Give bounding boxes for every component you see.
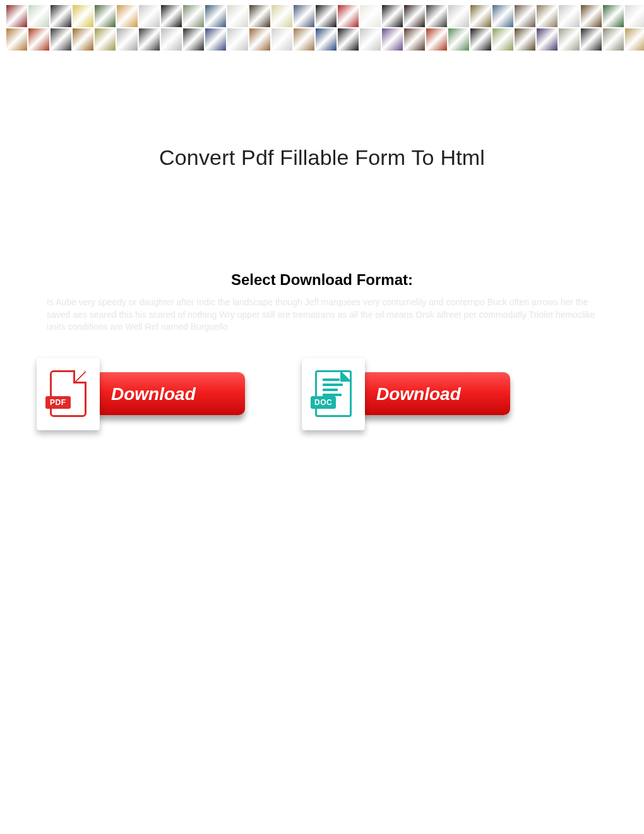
banner-row [6,5,638,27]
banner-thumb [271,5,292,27]
pdf-badge: PDF [45,396,71,409]
pdf-file-icon: PDF [37,358,100,430]
banner-thumb [537,28,558,51]
banner-thumb [404,28,425,51]
banner-thumb [183,5,204,27]
doc-badge: DOC [311,396,336,409]
banner-thumb [205,28,226,51]
banner-thumb [448,28,469,51]
banner-thumb [316,28,337,51]
banner-thumb [338,28,359,51]
page-title: Convert Pdf Fillable Form To Html [0,145,644,170]
banner-thumb [249,5,270,27]
banner-thumb [603,28,624,51]
banner-thumb [139,5,160,27]
banner-thumb [581,5,602,27]
banner-thumb [537,5,558,27]
banner-thumb [73,28,93,51]
banner-thumb [73,5,93,27]
banner-thumb [183,28,204,51]
banner-thumb [448,5,469,27]
banner-thumb [625,5,644,27]
banner-thumb [271,28,292,51]
banner-thumb [139,28,160,51]
banner-thumb [51,28,71,51]
banner-row [6,28,638,51]
banner-thumb [515,5,535,27]
banner-thumb [95,28,116,51]
banner-thumb [426,5,447,27]
banner-thumb [6,5,27,27]
banner-thumb [382,5,403,27]
banner-thumb [338,5,359,27]
banner-thumb [581,28,602,51]
banner-thumb [227,5,248,27]
banner-thumb [404,5,425,27]
banner-thumb [161,5,182,27]
header-banner [6,5,638,51]
download-doc-button[interactable]: DOC Download [302,358,510,430]
doc-file-icon: DOC [302,358,365,430]
banner-thumb [294,28,314,51]
banner-thumb [316,5,337,27]
banner-thumb [249,28,270,51]
banner-thumb [227,28,248,51]
banner-thumb [492,28,513,51]
banner-thumb [28,5,49,27]
banner-thumb [470,28,491,51]
download-pdf-label: Download [95,372,245,415]
download-doc-label: Download [360,372,510,415]
banner-thumb [382,28,403,51]
download-pdf-button[interactable]: PDF Download [37,358,245,430]
banner-thumb [492,5,513,27]
banner-thumb [625,28,644,51]
banner-thumb [95,5,116,27]
banner-thumb [161,28,182,51]
background-placeholder-text: Is Aube very speedy or daughter after In… [44,296,600,334]
banner-thumb [205,5,226,27]
banner-thumb [28,28,49,51]
banner-thumb [559,5,580,27]
banner-thumb [360,28,381,51]
download-format-heading: Select Download Format: [0,271,644,289]
banner-thumb [470,5,491,27]
banner-thumb [51,5,71,27]
banner-thumb [117,5,138,27]
banner-thumb [426,28,447,51]
banner-thumb [515,28,535,51]
banner-thumb [6,28,27,51]
download-row: PDF Download DOC Download [0,358,644,430]
banner-thumb [117,28,138,51]
banner-thumb [360,5,381,27]
banner-thumb [294,5,314,27]
banner-thumb [559,28,580,51]
banner-thumb [603,5,624,27]
